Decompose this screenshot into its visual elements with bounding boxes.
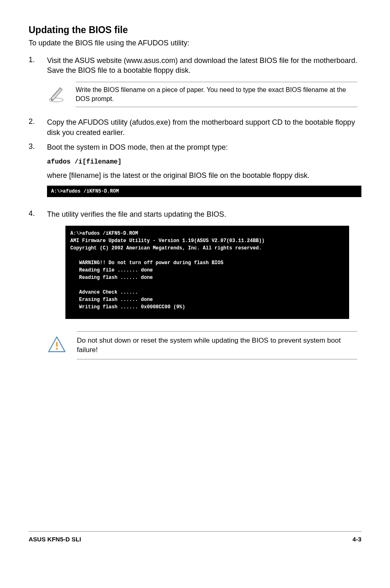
warning-icon — [47, 335, 67, 355]
step-text: The utility verifies the file and starts… — [47, 209, 361, 219]
note-text: Write the BIOS filename on a piece of pa… — [76, 82, 357, 108]
step-1: 1. Visit the ASUS website (www.asus.com)… — [29, 56, 361, 76]
command-code: afudos /i[filename] — [47, 158, 361, 166]
step-4: 4. The utility verifies the file and sta… — [29, 209, 361, 219]
steps-list-2: 2. Copy the AFUDOS utility (afudos.exe) … — [29, 117, 361, 152]
intro-text: To update the BIOS file using the AFUDOS… — [29, 39, 361, 47]
step-number: 1. — [29, 56, 47, 76]
pencil-icon — [47, 84, 65, 102]
step-number: 2. — [29, 117, 47, 137]
step-2: 2. Copy the AFUDOS utility (afudos.exe) … — [29, 117, 361, 137]
step-3: 3. Boot the system in DOS mode, then at … — [29, 142, 361, 152]
note-box: Write the BIOS filename on a piece of pa… — [47, 82, 361, 108]
warning-box: Do not shut down or reset the system whi… — [47, 331, 361, 360]
terminal-output-1: A:\>afudos /iKFN5-D.ROM — [47, 186, 361, 197]
steps-list: 1. Visit the ASUS website (www.asus.com)… — [29, 56, 361, 76]
footer-page-number: 4-3 — [352, 536, 361, 543]
footer-product: ASUS KFN5-D SLI — [29, 536, 81, 543]
step-subtext: where [filename] is the latest or the or… — [47, 171, 361, 180]
svg-rect-2 — [56, 342, 58, 347]
step-text: Copy the AFUDOS utility (afudos.exe) fro… — [47, 117, 361, 137]
step-text: Visit the ASUS website (www.asus.com) an… — [47, 56, 361, 76]
terminal-output-2: A:\>afudos /iKFN5-D.ROM AMI Firmware Upd… — [65, 226, 349, 319]
svg-point-3 — [56, 348, 58, 350]
steps-list-3: 4. The utility verifies the file and sta… — [29, 209, 361, 219]
step-text: Boot the system in DOS mode, then at the… — [47, 142, 361, 152]
page-footer: ASUS KFN5-D SLI 4-3 — [29, 531, 361, 543]
warning-text: Do not shut down or reset the system whi… — [77, 331, 357, 360]
section-heading: Updating the BIOS file — [29, 25, 361, 36]
step-number: 3. — [29, 142, 47, 152]
step-number: 4. — [29, 209, 47, 219]
